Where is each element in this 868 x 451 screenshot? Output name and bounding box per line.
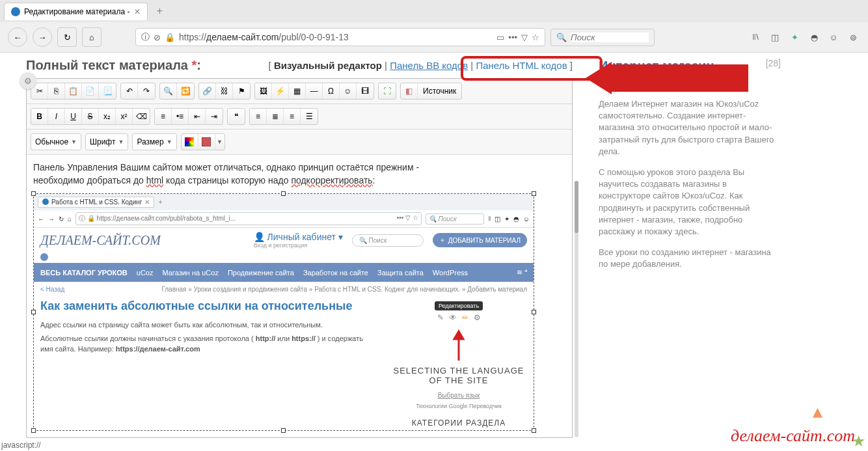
maximize-icon[interactable]: ⛶ bbox=[379, 83, 396, 99]
pocket-icon[interactable]: ▽ bbox=[521, 33, 528, 42]
sidebar-icon[interactable]: ◫ bbox=[768, 30, 782, 44]
page-gear-icon[interactable]: ⚙ bbox=[20, 72, 36, 89]
sidebar-p3: Все уроки по созданию интернет - магазин… bbox=[599, 247, 781, 270]
mode-bb-link[interactable]: Панель BB кодов bbox=[390, 60, 468, 71]
link-icon[interactable]: 🔗 bbox=[199, 83, 216, 99]
color-drop-icon[interactable]: ▼ bbox=[215, 134, 224, 150]
paste-text-icon[interactable]: 📄 bbox=[82, 83, 99, 99]
hr-icon[interactable]: — bbox=[306, 83, 323, 99]
quote-icon[interactable]: ❝ bbox=[228, 109, 245, 124]
more-icon[interactable]: ••• bbox=[508, 33, 517, 42]
rich-editor: ✂ ⎘ 📋 📄 📃 ↶ ↷ 🔍 🔁 🔗 ⛓ ⚑ bbox=[26, 78, 573, 438]
forward-button[interactable]: → bbox=[33, 27, 52, 47]
url-text: https://делаем-сайт.com/publ/0-0-0-91-13 bbox=[179, 32, 493, 42]
replace-icon[interactable]: 🔁 bbox=[177, 83, 194, 99]
back-button[interactable]: ← bbox=[8, 27, 27, 47]
status-bar: javascript:// bbox=[1, 441, 41, 450]
paste-word-icon[interactable]: 📃 bbox=[99, 83, 116, 99]
image-icon[interactable]: 🖼 bbox=[255, 83, 272, 99]
reader-icon[interactable]: ▭ bbox=[496, 33, 504, 42]
redo-icon[interactable]: ↷ bbox=[138, 83, 155, 99]
subscript-icon[interactable]: x₂ bbox=[99, 109, 116, 124]
search-input[interactable]: 🔍 bbox=[550, 29, 655, 46]
globe-icon bbox=[11, 7, 20, 16]
flash-icon[interactable]: ⚡ bbox=[272, 83, 289, 99]
strike-icon[interactable]: S bbox=[82, 109, 99, 124]
source-icon[interactable]: ◧ bbox=[401, 83, 418, 99]
mode-html-link[interactable]: Панель HTML кодов bbox=[476, 60, 567, 71]
page-title: Полный текст материала *: bbox=[26, 58, 201, 73]
align-right-icon[interactable]: ≡ bbox=[284, 109, 301, 124]
new-tab-button[interactable]: + bbox=[152, 3, 169, 20]
menu-icon[interactable]: ⊚ bbox=[846, 30, 860, 44]
block-icon[interactable]: ⊘ bbox=[154, 33, 161, 42]
size-select[interactable]: Размер▼ bbox=[132, 133, 176, 150]
find-icon[interactable]: 🔍 bbox=[160, 83, 177, 99]
home-button[interactable]: ⌂ bbox=[82, 27, 102, 47]
reload-button[interactable]: ↻ bbox=[57, 27, 77, 47]
bullist-icon[interactable]: •≡ bbox=[172, 109, 189, 124]
sidebar: [28] Интернет магазин Юкоз/uCoz Делаем И… bbox=[573, 58, 781, 438]
footer-brand: делаем-сайт.com bbox=[731, 426, 855, 446]
font-select[interactable]: Шрифт▼ bbox=[85, 133, 128, 150]
smile-icon[interactable]: ☺ bbox=[340, 83, 357, 99]
align-left-icon[interactable]: ≡ bbox=[250, 109, 267, 124]
deco-shapes: ▴ ★ 🎤 ♛ 🚀 bbox=[813, 400, 822, 422]
align-justify-icon[interactable]: ☰ bbox=[301, 109, 318, 124]
table-icon[interactable]: ▦ bbox=[289, 83, 306, 99]
source-button[interactable]: Источник bbox=[418, 83, 461, 99]
anchor-icon[interactable]: ⚑ bbox=[233, 83, 250, 99]
search-field[interactable] bbox=[571, 33, 649, 42]
superscript-icon[interactable]: x² bbox=[116, 109, 133, 124]
shield-icon[interactable]: ◓ bbox=[807, 30, 821, 44]
tab-bar: Редактирование материала - ✕ + bbox=[0, 0, 868, 22]
align-center-icon[interactable]: ≣ bbox=[267, 109, 284, 124]
paste-icon[interactable]: 📋 bbox=[65, 83, 82, 99]
underline-icon[interactable]: U bbox=[65, 109, 82, 124]
inner-screenshot: Работа с HTML и CSS. Кодинг✕ + ←→↻⌂ ⓘ 🔒 … bbox=[34, 194, 534, 430]
addon-icon[interactable]: ✦ bbox=[787, 30, 802, 44]
url-field[interactable]: ⓘ ⊘ 🔒 https://делаем-сайт.com/publ/0-0-0… bbox=[135, 28, 545, 46]
search-icon: 🔍 bbox=[556, 33, 567, 42]
lock-icon: 🔒 bbox=[165, 33, 175, 42]
editor-mode-switch: [ Визуальный редактор | Панель BB кодов … bbox=[269, 60, 573, 71]
film-icon[interactable]: 🎞 bbox=[357, 83, 373, 99]
numlist-icon[interactable]: ≡ bbox=[155, 109, 172, 124]
browser-tab[interactable]: Редактирование материала - ✕ bbox=[4, 3, 148, 20]
italic-icon[interactable]: I bbox=[48, 109, 65, 124]
text-color-icon[interactable] bbox=[182, 134, 198, 150]
unlink-icon[interactable]: ⛓ bbox=[216, 83, 233, 99]
editor-body[interactable]: Панель Управления Вашим сайтом может отл… bbox=[27, 155, 572, 437]
inner-article-title: Как заменить абсолютные ссылки на относи… bbox=[40, 299, 377, 314]
info-icon[interactable]: ⓘ bbox=[141, 31, 150, 43]
library-icon[interactable]: ⫴\ bbox=[748, 30, 763, 44]
bold-icon[interactable]: B bbox=[31, 109, 48, 124]
sidebar-count: [28] bbox=[766, 58, 781, 68]
clearfmt-icon[interactable]: ⌫ bbox=[133, 109, 150, 124]
account-icon[interactable]: ☺ bbox=[826, 30, 841, 44]
star-icon[interactable]: ☆ bbox=[532, 33, 539, 42]
red-up-arrow-icon bbox=[451, 325, 467, 364]
format-select[interactable]: Обычное▼ bbox=[31, 133, 81, 150]
sidebar-title[interactable]: Интернет магазин Юкоз/uCoz bbox=[599, 58, 781, 89]
close-icon[interactable]: ✕ bbox=[134, 7, 141, 16]
mode-visual[interactable]: Визуальный редактор bbox=[274, 60, 382, 71]
outdent-icon[interactable]: ⇤ bbox=[189, 109, 206, 124]
url-bar: ← → ↻ ⌂ ⓘ ⊘ 🔒 https://делаем-сайт.com/pu… bbox=[0, 22, 868, 52]
char-icon[interactable]: Ω bbox=[323, 83, 340, 99]
undo-icon[interactable]: ↶ bbox=[121, 83, 138, 99]
sidebar-p2: С помощью уроков этого раздела Вы научит… bbox=[599, 167, 781, 238]
inner-logo: ДЕЛАЕМ-САЙТ.COM bbox=[40, 233, 161, 248]
indent-icon[interactable]: ⇥ bbox=[206, 109, 223, 124]
tab-title: Редактирование материала - bbox=[24, 7, 130, 16]
copy-icon[interactable]: ⎘ bbox=[48, 83, 65, 99]
sidebar-p1: Делаем Интернет магазин на Юкоз/uCoz сам… bbox=[599, 98, 781, 157]
embedded-image[interactable]: Работа с HTML и CSS. Кодинг✕ + ←→↻⌂ ⓘ 🔒 … bbox=[33, 193, 534, 431]
scrollbar[interactable] bbox=[575, 181, 578, 437]
bg-color-icon[interactable] bbox=[198, 134, 215, 150]
